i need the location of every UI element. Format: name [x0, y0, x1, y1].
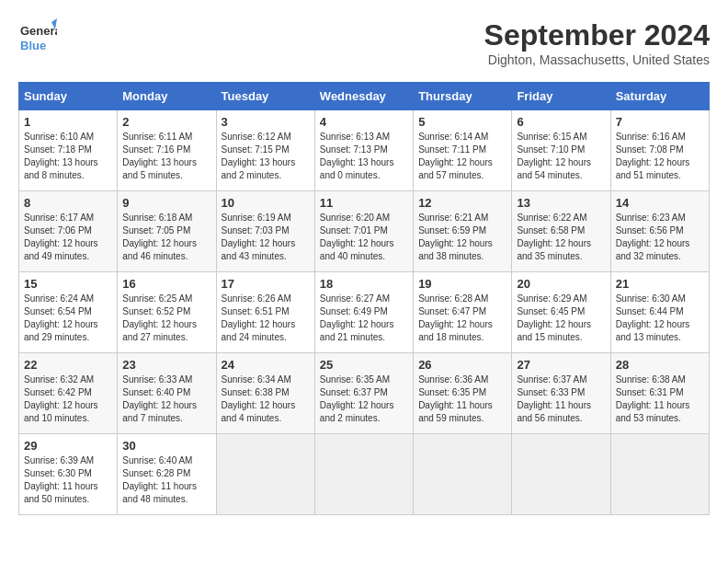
calendar-col-header: Tuesday: [216, 83, 314, 110]
day-number: 24: [222, 358, 310, 372]
calendar-day-cell: 10Sunrise: 6:19 AM Sunset: 7:03 PM Dayli…: [216, 191, 314, 272]
day-info: Sunrise: 6:30 AM Sunset: 6:44 PM Dayligh…: [616, 293, 704, 344]
calendar-day-cell: 23Sunrise: 6:33 AM Sunset: 6:40 PM Dayli…: [118, 353, 216, 434]
day-number: 19: [418, 277, 506, 291]
day-number: 1: [24, 115, 112, 129]
location: Dighton, Massachusetts, United States: [484, 52, 710, 67]
day-info: Sunrise: 6:40 AM Sunset: 6:28 PM Dayligh…: [122, 454, 210, 506]
calendar-week-row: 8Sunrise: 6:17 AM Sunset: 7:06 PM Daylig…: [19, 191, 710, 272]
calendar-week-row: 1Sunrise: 6:10 AM Sunset: 7:18 PM Daylig…: [19, 110, 710, 191]
day-info: Sunrise: 6:39 AM Sunset: 6:30 PM Dayligh…: [24, 454, 112, 506]
calendar-day-cell: 15Sunrise: 6:24 AM Sunset: 6:54 PM Dayli…: [19, 272, 118, 353]
day-info: Sunrise: 6:36 AM Sunset: 6:35 PM Dayligh…: [418, 373, 506, 425]
calendar-day-cell: 17Sunrise: 6:26 AM Sunset: 6:51 PM Dayli…: [216, 272, 314, 353]
day-info: Sunrise: 6:14 AM Sunset: 7:11 PM Dayligh…: [418, 131, 506, 182]
day-number: 10: [222, 196, 310, 210]
calendar-day-cell: 5Sunrise: 6:14 AM Sunset: 7:11 PM Daylig…: [414, 110, 512, 191]
day-info: Sunrise: 6:38 AM Sunset: 6:31 PM Dayligh…: [616, 373, 704, 425]
svg-text:General: General: [20, 24, 57, 38]
day-number: 3: [222, 115, 310, 129]
day-number: 23: [122, 358, 210, 372]
calendar-day-cell: [216, 434, 314, 515]
calendar-col-header: Monday: [118, 83, 216, 110]
day-number: 17: [222, 277, 310, 291]
calendar-day-cell: 7Sunrise: 6:16 AM Sunset: 7:08 PM Daylig…: [610, 110, 709, 191]
calendar-day-cell: 20Sunrise: 6:29 AM Sunset: 6:45 PM Dayli…: [512, 272, 610, 353]
calendar-day-cell: 13Sunrise: 6:22 AM Sunset: 6:58 PM Dayli…: [512, 191, 610, 272]
calendar-table: SundayMondayTuesdayWednesdayThursdayFrid…: [18, 82, 710, 515]
calendar-day-cell: 2Sunrise: 6:11 AM Sunset: 7:16 PM Daylig…: [118, 110, 216, 191]
day-info: Sunrise: 6:29 AM Sunset: 6:45 PM Dayligh…: [517, 293, 605, 344]
day-number: 28: [616, 358, 704, 372]
calendar-day-cell: [610, 434, 709, 515]
month-title: September 2024: [484, 18, 710, 52]
day-number: 13: [517, 196, 605, 210]
calendar-day-cell: 11Sunrise: 6:20 AM Sunset: 7:01 PM Dayli…: [314, 191, 413, 272]
calendar-col-header: Saturday: [610, 83, 709, 110]
logo: General Blue: [18, 18, 57, 57]
svg-text:Blue: Blue: [20, 39, 46, 52]
calendar-day-cell: 16Sunrise: 6:25 AM Sunset: 6:52 PM Dayli…: [118, 272, 216, 353]
day-number: 14: [616, 196, 704, 210]
calendar-week-row: 29Sunrise: 6:39 AM Sunset: 6:30 PM Dayli…: [19, 434, 710, 515]
day-number: 22: [24, 358, 112, 372]
day-info: Sunrise: 6:20 AM Sunset: 7:01 PM Dayligh…: [320, 212, 408, 263]
day-number: 15: [24, 277, 112, 291]
day-number: 4: [320, 115, 408, 129]
day-info: Sunrise: 6:18 AM Sunset: 7:05 PM Dayligh…: [122, 212, 210, 263]
day-number: 12: [418, 196, 506, 210]
day-number: 5: [418, 115, 506, 129]
calendar-day-cell: 8Sunrise: 6:17 AM Sunset: 7:06 PM Daylig…: [19, 191, 118, 272]
calendar-day-cell: 3Sunrise: 6:12 AM Sunset: 7:15 PM Daylig…: [216, 110, 314, 191]
day-info: Sunrise: 6:17 AM Sunset: 7:06 PM Dayligh…: [24, 212, 112, 263]
calendar-col-header: Thursday: [414, 83, 512, 110]
calendar-day-cell: 27Sunrise: 6:37 AM Sunset: 6:33 PM Dayli…: [512, 353, 610, 434]
day-info: Sunrise: 6:32 AM Sunset: 6:42 PM Dayligh…: [24, 373, 112, 425]
day-info: Sunrise: 6:13 AM Sunset: 7:13 PM Dayligh…: [320, 131, 408, 182]
calendar-day-cell: [414, 434, 512, 515]
calendar-header-row: SundayMondayTuesdayWednesdayThursdayFrid…: [19, 83, 710, 110]
day-number: 27: [517, 358, 605, 372]
calendar-day-cell: 14Sunrise: 6:23 AM Sunset: 6:56 PM Dayli…: [610, 191, 709, 272]
day-number: 11: [320, 196, 408, 210]
day-number: 20: [517, 277, 605, 291]
calendar-day-cell: 22Sunrise: 6:32 AM Sunset: 6:42 PM Dayli…: [19, 353, 118, 434]
day-info: Sunrise: 6:16 AM Sunset: 7:08 PM Dayligh…: [616, 131, 704, 182]
day-number: 30: [122, 439, 210, 453]
day-info: Sunrise: 6:33 AM Sunset: 6:40 PM Dayligh…: [122, 373, 210, 425]
calendar-day-cell: 18Sunrise: 6:27 AM Sunset: 6:49 PM Dayli…: [314, 272, 413, 353]
calendar-day-cell: 6Sunrise: 6:15 AM Sunset: 7:10 PM Daylig…: [512, 110, 610, 191]
day-info: Sunrise: 6:15 AM Sunset: 7:10 PM Dayligh…: [517, 131, 605, 182]
logo-icon: General Blue: [18, 18, 57, 57]
calendar-col-header: Wednesday: [314, 83, 413, 110]
calendar-day-cell: 19Sunrise: 6:28 AM Sunset: 6:47 PM Dayli…: [414, 272, 512, 353]
calendar-day-cell: 12Sunrise: 6:21 AM Sunset: 6:59 PM Dayli…: [414, 191, 512, 272]
calendar-day-cell: 26Sunrise: 6:36 AM Sunset: 6:35 PM Dayli…: [414, 353, 512, 434]
day-info: Sunrise: 6:23 AM Sunset: 6:56 PM Dayligh…: [616, 212, 704, 263]
day-info: Sunrise: 6:24 AM Sunset: 6:54 PM Dayligh…: [24, 293, 112, 344]
calendar-day-cell: 4Sunrise: 6:13 AM Sunset: 7:13 PM Daylig…: [314, 110, 413, 191]
day-info: Sunrise: 6:35 AM Sunset: 6:37 PM Dayligh…: [320, 373, 408, 425]
day-info: Sunrise: 6:19 AM Sunset: 7:03 PM Dayligh…: [222, 212, 310, 263]
day-number: 18: [320, 277, 408, 291]
day-number: 16: [122, 277, 210, 291]
calendar-day-cell: [314, 434, 413, 515]
day-info: Sunrise: 6:27 AM Sunset: 6:49 PM Dayligh…: [320, 293, 408, 344]
day-number: 7: [616, 115, 704, 129]
day-info: Sunrise: 6:26 AM Sunset: 6:51 PM Dayligh…: [222, 293, 310, 344]
day-number: 21: [616, 277, 704, 291]
calendar-day-cell: 9Sunrise: 6:18 AM Sunset: 7:05 PM Daylig…: [118, 191, 216, 272]
day-info: Sunrise: 6:10 AM Sunset: 7:18 PM Dayligh…: [24, 131, 112, 182]
calendar-day-cell: 30Sunrise: 6:40 AM Sunset: 6:28 PM Dayli…: [118, 434, 216, 515]
calendar-day-cell: 25Sunrise: 6:35 AM Sunset: 6:37 PM Dayli…: [314, 353, 413, 434]
day-number: 26: [418, 358, 506, 372]
calendar-day-cell: 28Sunrise: 6:38 AM Sunset: 6:31 PM Dayli…: [610, 353, 709, 434]
calendar-day-cell: 21Sunrise: 6:30 AM Sunset: 6:44 PM Dayli…: [610, 272, 709, 353]
day-info: Sunrise: 6:25 AM Sunset: 6:52 PM Dayligh…: [122, 293, 210, 344]
calendar-day-cell: [512, 434, 610, 515]
page-header: General Blue September 2024 Dighton, Mas…: [18, 18, 710, 67]
day-number: 29: [24, 439, 112, 453]
day-info: Sunrise: 6:21 AM Sunset: 6:59 PM Dayligh…: [418, 212, 506, 263]
calendar-day-cell: 29Sunrise: 6:39 AM Sunset: 6:30 PM Dayli…: [19, 434, 118, 515]
day-number: 8: [24, 196, 112, 210]
